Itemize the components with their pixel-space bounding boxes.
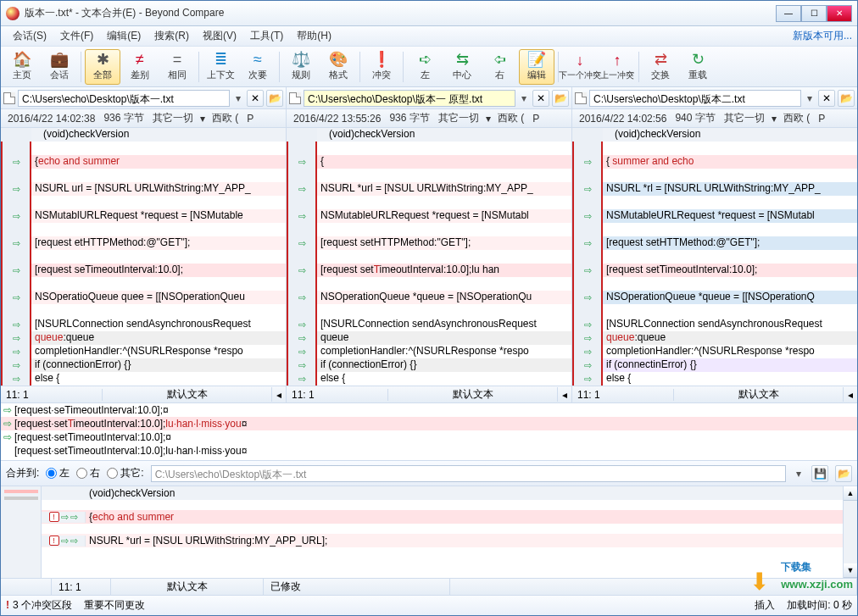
merge-right-radio[interactable]: 右 — [76, 466, 100, 480]
merge-other-radio[interactable]: 其它: — [107, 466, 143, 480]
clear-left-button[interactable]: ✕ — [247, 90, 264, 107]
file-icon — [3, 92, 15, 104]
tb-prev-conflict[interactable]: ↑上一冲突 — [599, 49, 635, 85]
status-insert: 插入 — [755, 598, 775, 613]
merge-to-label: 合并到: — [6, 466, 39, 480]
file-info-bar: 2016/4/22 14:02:38 936 字节 其它一切▾ 西欧 ( P 2… — [1, 109, 857, 128]
menu-session[interactable]: 会话(S) — [6, 26, 53, 46]
center-pane[interactable]: (void)checkVersion⇨{⇨NSURL *url = [NSUL … — [287, 128, 572, 402]
tb-rules[interactable]: ⚖️规则 — [283, 49, 319, 85]
toolbar: 🏠主页 💼会话 ✱全部 ≠差别 =相同 ≣上下文 ≈次要 ⚖️规则 🎨格式 ❗冲… — [1, 47, 857, 87]
browse-right-button[interactable]: 📂 — [838, 90, 855, 107]
swap-icon: ⇄ — [655, 52, 667, 67]
arrow-right-green-icon: ➪ — [419, 52, 432, 67]
center-file-path[interactable]: C:\Users\echo\Desktop\版本一 原型.txt — [304, 90, 515, 107]
tb-session[interactable]: 💼会话 — [42, 49, 77, 85]
tb-all[interactable]: ✱全部 — [85, 49, 120, 85]
browse-left-button[interactable]: 📂 — [266, 90, 283, 107]
briefcase-icon: 💼 — [50, 52, 69, 67]
compare-panes: (void)checkVersion⇨{echo and summer⇨NSUR… — [1, 128, 857, 403]
conflict-icon: ! — [49, 512, 59, 522]
menu-tools[interactable]: 工具(T) — [243, 26, 290, 46]
chevron-down-icon[interactable]: ▾ — [804, 90, 816, 107]
double-arrow-icon: ⇆ — [456, 52, 469, 67]
tb-conflict[interactable]: ❗冲突 — [364, 49, 399, 85]
status-important: 重要不同更改 — [84, 598, 145, 613]
chevron-down-icon[interactable]: ▾ — [232, 90, 244, 107]
file-path-bar: C:\Users\echo\Desktop\版本一.txt ▾ ✕ 📂 C:\U… — [1, 87, 857, 109]
minimize-button[interactable]: — — [776, 5, 801, 22]
merge-left-radio[interactable]: 左 — [46, 466, 70, 480]
tb-diff[interactable]: ≠差别 — [122, 49, 158, 85]
app-icon — [6, 7, 20, 20]
menu-view[interactable]: 视图(V) — [196, 26, 243, 46]
status-load-time: 加载时间: 0 秒 — [787, 598, 852, 613]
close-button[interactable]: ✕ — [827, 5, 852, 22]
right-file-path[interactable]: C:\Users\echo\Desktop\版本二.txt — [589, 90, 801, 107]
result-code[interactable]: (void)checkVersion !⇨⇨{{echo and summere… — [42, 486, 843, 578]
window-title: 版本一.txt* - 文本合并(E) - Beyond Compare — [25, 6, 776, 20]
tb-home[interactable]: 🏠主页 — [4, 49, 40, 85]
maximize-button[interactable]: ☐ — [801, 5, 827, 22]
equal-icon: = — [173, 52, 182, 67]
result-scrollbar[interactable]: ▲ ▼ — [843, 486, 857, 578]
menu-search[interactable]: 搜索(R) — [148, 26, 196, 46]
scroll-down-icon[interactable]: ▼ — [844, 563, 857, 578]
menu-edit[interactable]: 编辑(E) — [100, 26, 148, 46]
tb-same[interactable]: =相同 — [159, 49, 195, 85]
tb-left[interactable]: ➪左 — [407, 49, 443, 85]
tb-context[interactable]: ≣上下文 — [203, 49, 238, 85]
line-diff-area: ⇨[request·seTimeoutInterval:10.0];¤ ⇨[re… — [1, 403, 857, 461]
rules-icon: ⚖️ — [292, 52, 310, 67]
pencil-icon: 📝 — [527, 52, 546, 67]
browse-merge-button[interactable]: 📂 — [835, 465, 852, 482]
menu-help[interactable]: 帮助(H) — [290, 26, 338, 46]
status-bar: !3 个冲突区段 重要不同更改 插入 加载时间: 0 秒 — [1, 595, 857, 615]
context-icon: ≣ — [214, 52, 227, 67]
left-file-info: 2016/4/22 14:02:38 936 字节 其它一切▾ 西欧 ( P — [1, 109, 287, 127]
tb-reload[interactable]: ↻重载 — [680, 49, 716, 85]
arrow-left-green-icon: ➪ — [493, 52, 506, 67]
new-version-link[interactable]: 新版本可用... — [793, 29, 852, 43]
tb-right[interactable]: ➪右 — [482, 49, 517, 85]
conflict-icon: ! — [49, 536, 59, 546]
left-file-path[interactable]: C:\Users\echo\Desktop\版本一.txt — [18, 90, 230, 107]
tb-format[interactable]: 🎨格式 — [320, 49, 356, 85]
not-equal-icon: ≠ — [136, 52, 144, 67]
menu-bar: 会话(S) 文件(F) 编辑(E) 搜索(R) 视图(V) 工具(T) 帮助(H… — [1, 26, 857, 47]
chevron-down-icon[interactable]: ▾ — [518, 90, 530, 107]
scroll-up-icon[interactable]: ▲ — [844, 486, 857, 501]
chevron-down-icon[interactable]: ▾ — [793, 465, 805, 482]
tb-swap[interactable]: ⇄交换 — [643, 49, 678, 85]
file-icon — [289, 92, 301, 104]
center-file-info: 2016/4/22 13:55:26 936 字节 其它一切▾ 西欧 ( P — [287, 109, 572, 127]
merge-target-bar: 合并到: 左 右 其它: C:\Users\echo\Desktop\版本一.t… — [1, 461, 857, 486]
left-pane[interactable]: (void)checkVersion⇨{echo and summer⇨NSUR… — [1, 128, 287, 402]
clear-center-button[interactable]: ✕ — [532, 90, 549, 107]
save-merge-button[interactable]: 💾 — [811, 465, 828, 482]
home-icon: 🏠 — [13, 52, 31, 67]
clear-right-button[interactable]: ✕ — [818, 90, 835, 107]
title-bar: 版本一.txt* - 文本合并(E) - Beyond Compare — ☐ … — [1, 1, 857, 26]
menu-file[interactable]: 文件(F) — [53, 26, 100, 46]
asterisk-icon: ✱ — [97, 52, 109, 67]
browse-center-button[interactable]: 📂 — [552, 90, 569, 107]
file-icon — [575, 92, 587, 104]
conflict-count: 3 个冲突区段 — [13, 599, 72, 611]
merge-path-input[interactable]: C:\Users\echo\Desktop\版本一.txt — [151, 465, 786, 482]
result-status-bar: 11: 1 默认文本 已修改 — [1, 578, 857, 595]
reload-icon: ↻ — [692, 52, 705, 67]
tb-edit[interactable]: 📝编辑 — [519, 49, 554, 85]
overview-thumbnail[interactable] — [1, 486, 42, 578]
merge-result-area: (void)checkVersion !⇨⇨{{echo and summere… — [1, 486, 857, 578]
tb-minor[interactable]: ≈次要 — [240, 49, 276, 85]
arrow-down-red-icon: ↓ — [577, 53, 584, 68]
minor-icon: ≈ — [254, 52, 262, 67]
arrow-right-icon: ⇨ — [1, 404, 14, 416]
right-pane[interactable]: (void)checkVersion⇨{ summer and echo⇨NSU… — [572, 128, 857, 402]
arrow-up-red-icon: ↑ — [614, 53, 621, 68]
format-icon: 🎨 — [329, 52, 348, 67]
tb-next-conflict[interactable]: ↓下一个冲突 — [562, 49, 598, 85]
tb-center[interactable]: ⇆中心 — [444, 49, 480, 85]
warning-icon: ! — [6, 599, 9, 611]
